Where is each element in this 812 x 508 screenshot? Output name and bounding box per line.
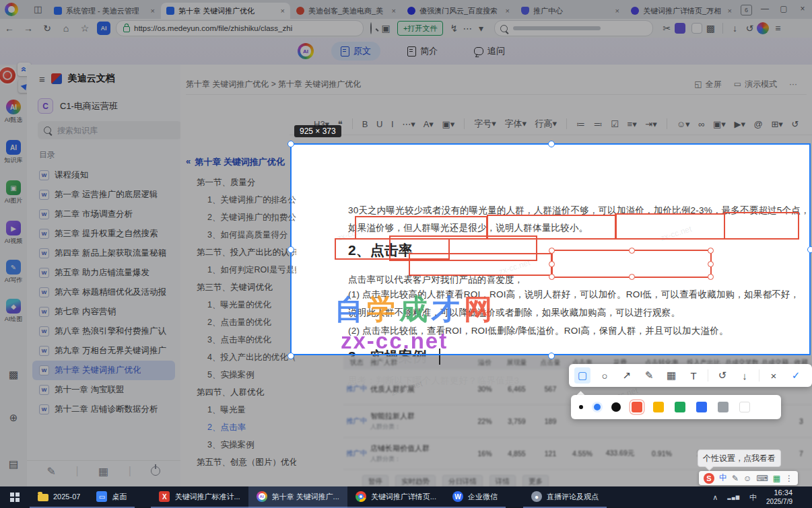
nav-item[interactable]: 2、关键词推广的扣费公式 [180,209,296,226]
color-swatch-blue[interactable] [696,402,707,412]
selection-handle[interactable] [287,353,294,359]
back-icon[interactable]: ← [0,23,19,34]
tab-close-icon[interactable]: × [506,7,510,15]
font-tools[interactable]: 字号▾ 字体▾ 行高▾ [474,118,557,130]
nav-item[interactable]: 第四节、人群优化 [180,384,296,401]
fullscreen-button[interactable]: ◱全屏 [694,79,721,90]
annotation-box[interactable] [615,213,725,240]
tab-close-icon[interactable]: × [392,7,396,15]
taskbar-item-live-comments[interactable]: ● 直播评论及观点 [523,486,607,508]
course-selector[interactable]: C C1-电商运营班 [38,98,118,114]
tab-chapter10[interactable]: 第十章 关键词推广优化 × [161,3,290,19]
reload-icon[interactable]: ↻ [38,23,57,34]
history-undo-icon[interactable]: ↺ [742,23,757,34]
sogou-logo-icon[interactable]: S [704,473,714,484]
toc-item[interactable]: W第六章 标题精细优化及活动报 [32,283,175,302]
browser-menu-icon[interactable]: ≡ [769,23,786,34]
nav-item[interactable]: 1、关键词推广的排名公式 [180,191,296,209]
toc-item[interactable]: W第九章 万相台无界关键词推广 [32,341,175,361]
tab-close-icon[interactable]: × [615,7,619,15]
resize-handle[interactable] [549,248,555,254]
tab-keyword-detail[interactable]: 关键词推广详情页_万相 × [625,3,737,19]
rail-item-knowledge[interactable]: AI 知识库 [0,140,27,165]
selection-handle[interactable] [287,141,294,147]
taskbar-clock[interactable]: 16:34 2025/7/9 [766,488,792,506]
breadcrumb-path[interactable]: 第十章 关键词推广优化 > 第十章 关键词推广优化 [186,79,361,90]
stroke-medium-selected[interactable] [594,404,601,410]
search-icon[interactable] [364,23,378,34]
nav-item-active[interactable]: 2、点击率 [180,419,296,436]
insert-tools[interactable]: ☺▾ ∞ ▣▾ ▶▾ @ ⊞▾ ↺ [677,119,799,129]
extension-icon[interactable] [691,23,702,34]
nav-item[interactable]: 1、如何判定ROI是亏是赚 [180,261,296,279]
tab-close-icon[interactable]: × [151,7,155,15]
color-swatch-gray[interactable] [718,402,729,412]
undo-icon[interactable]: ↺ [714,367,731,384]
rail-item-ai-video[interactable]: ▶ AI视频 [0,221,27,246]
mode-tab-original[interactable]: 原文 [331,42,380,61]
resize-handle[interactable] [629,248,635,254]
text-tool-icon[interactable]: T [685,367,702,384]
toc-item[interactable]: W第十一章 淘宝联盟 [32,380,175,400]
tab-baidu-search[interactable]: 傻强澳门风云_百度搜索 × [402,3,515,19]
rail-item-ai-writing[interactable]: ✎ AI写作 [0,260,27,285]
more-menu-icon[interactable]: ··· [789,79,797,89]
power-icon[interactable] [151,466,160,476]
rail-item-ai-select[interactable]: AI AI甄选 [0,100,27,124]
selection-handle[interactable] [548,141,555,147]
calendar-icon[interactable]: ▦ [98,465,108,478]
resize-handle[interactable] [629,274,635,280]
mode-tab-summary[interactable]: 简介 [398,42,447,61]
split-view-icon[interactable]: ◫ [34,4,42,14]
cancel-icon[interactable]: × [766,367,782,384]
tab-close-icon[interactable]: × [728,7,732,15]
restore-button[interactable]: ▢ [777,4,790,13]
skin-grid-icon[interactable]: ▦ [773,474,780,483]
stroke-large[interactable] [611,402,621,412]
rail-item-ai-drawing[interactable]: ◆ AI绘图 [0,299,27,324]
cn-input-icon[interactable]: 中 [719,472,727,484]
network-icon[interactable]: ▂▄▆ [727,495,740,500]
start-button[interactable] [0,486,30,508]
resize-handle[interactable] [549,261,555,267]
more-icon[interactable]: ⋮ [785,474,793,483]
ellipse-tool-icon[interactable]: ○ [597,367,613,384]
taskbar-item-folder[interactable]: 2025-07 [30,486,88,508]
selection-handle[interactable] [548,353,555,359]
new-tab-button[interactable]: ＋ [704,4,718,15]
extension-icon[interactable] [675,23,685,34]
color-swatch-green[interactable] [675,402,685,412]
toc-item[interactable]: W第八章 热浪引擎和付费推广认 [32,322,175,341]
nav-item[interactable]: 第三节、关键词优化 [180,279,296,296]
kb-search-input[interactable] [56,125,160,136]
taskbar-item-excel[interactable]: X 关键词推广标准计... [151,486,248,508]
taskbar-item-desktop[interactable]: ▭ 桌面 [88,486,135,508]
taskbar-item-medi-doc[interactable]: 第十章 关键词推广... [248,486,347,508]
annotation-box[interactable] [409,253,553,276]
nav-item[interactable]: 3、实操案例 [180,436,296,453]
toc-item[interactable]: W第五章 助力店铺流量爆发 [32,263,175,283]
nav-item[interactable]: 3、如何提高质量得分 [180,226,296,244]
window-count-badge[interactable]: 6 [741,5,752,15]
chevron-down-icon[interactable]: ▾ [474,23,487,34]
lightning-icon[interactable]: ↯ [447,23,461,34]
pen-tool-icon[interactable]: ✎ [641,367,657,384]
emoji-icon[interactable]: ☺ [743,474,751,483]
annotation-box[interactable] [724,212,799,240]
toc-item[interactable]: W第一章 运营推广的底层逻辑 [32,185,175,205]
pen-icon[interactable]: ✎ [732,474,739,483]
tab-system-admin[interactable]: 系统管理 - 美迪云管理 × [48,3,160,19]
toc-item[interactable]: W课程须知 [32,166,175,185]
format-tools[interactable]: B U I ⋯▾ A▾ ▣▾ [362,119,455,129]
toc-item-chapter10[interactable]: W第十章 关键词推广优化 [32,361,175,380]
taskbar-item-chrome[interactable]: 关键词推广详情页... [347,486,444,508]
resize-handle[interactable] [708,261,714,267]
mosaic-tool-icon[interactable]: ▦ [663,367,679,384]
kb-search-box[interactable] [38,121,182,139]
selection-handle[interactable] [287,246,294,253]
toolbox-icon[interactable]: ▤ [0,458,27,470]
resize-handle[interactable] [549,274,555,280]
tab-close-icon[interactable]: × [281,7,285,15]
toc-item[interactable]: W第三章 提升权重之自然搜索 [32,224,175,244]
tab-promo-center[interactable]: 推广中心 × [516,3,625,19]
